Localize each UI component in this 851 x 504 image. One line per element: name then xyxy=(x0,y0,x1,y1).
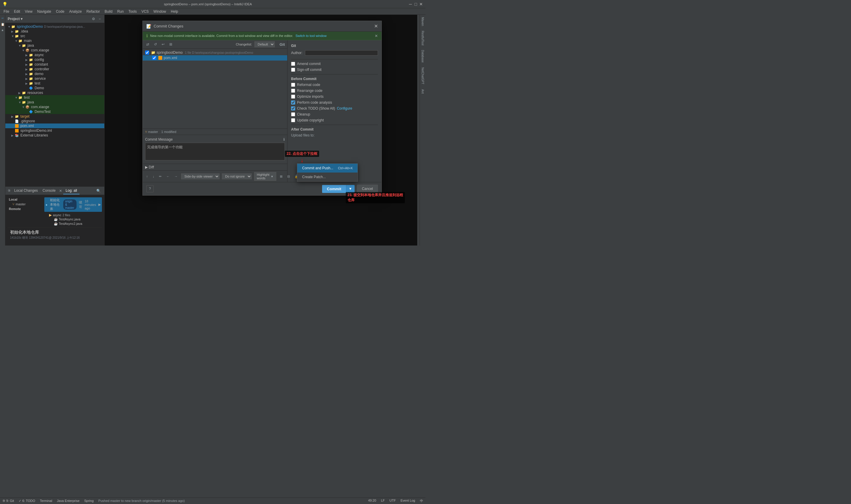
new-changelist-btn[interactable]: ⊞ xyxy=(168,42,174,47)
master-branch[interactable]: ⑂ master xyxy=(8,202,43,206)
async-folder-entry[interactable]: ▶ async 2 files xyxy=(49,213,102,217)
pom-checkbox[interactable] xyxy=(152,56,156,60)
project-close-button[interactable]: − xyxy=(97,16,102,22)
author-input[interactable] xyxy=(305,50,378,56)
diff-down-btn[interactable]: ↓ xyxy=(151,174,156,179)
search-git-btn[interactable]: 🔍 xyxy=(95,188,102,194)
tree-item-target[interactable]: ▶ 📁 target xyxy=(5,114,104,119)
menu-vcs[interactable]: VCS xyxy=(139,8,151,15)
help-button[interactable]: ? xyxy=(146,185,153,192)
tree-item-src[interactable]: ▼ 📁 src xyxy=(5,34,104,38)
diff-viewer-select[interactable]: Side-by-side viewer xyxy=(181,174,220,179)
amend-commit-checkbox[interactable] xyxy=(291,62,295,66)
tree-item-config[interactable]: ▶ 📁 config xyxy=(5,57,104,62)
perform-analysis-checkbox[interactable] xyxy=(291,101,295,105)
menu-window[interactable]: Window xyxy=(151,8,168,15)
project-settings-button[interactable]: ⚙ xyxy=(91,16,96,22)
update-copyright-checkbox[interactable] xyxy=(291,118,295,122)
diff-up-btn[interactable]: ↑ xyxy=(145,174,149,179)
tree-item-idea[interactable]: ▶ 📁 .idea xyxy=(5,29,104,34)
tree-item-java[interactable]: ▼ 📁 java xyxy=(5,43,104,48)
sidebar-maven[interactable]: Maven xyxy=(420,15,425,29)
rearrange-checkbox[interactable] xyxy=(291,89,295,93)
tree-item-test-folder[interactable]: ▶ 📁 test xyxy=(5,81,104,86)
diff-prev-btn[interactable]: ← xyxy=(165,174,171,179)
refresh-btn[interactable]: ↺ xyxy=(153,42,158,47)
changelist-select[interactable]: Default xyxy=(254,41,275,47)
menu-build[interactable]: Build xyxy=(102,8,115,15)
tree-item-service[interactable]: ▶ 📁 service xyxy=(5,76,104,81)
diff-icons-btn[interactable]: ⊞ xyxy=(279,174,284,179)
menu-run[interactable]: Run xyxy=(115,8,126,15)
minimize-button[interactable]: ─ xyxy=(409,2,413,6)
diff-expand-btn[interactable]: ▶ Diff xyxy=(145,165,154,169)
project-icon[interactable]: 1 xyxy=(0,16,5,21)
create-patch-item[interactable]: Create Patch... xyxy=(297,173,358,181)
file-2[interactable]: ☕ TestAsync2.java xyxy=(54,221,102,226)
reformat-checkbox[interactable] xyxy=(291,83,295,87)
tree-item-constant[interactable]: ▶ 📁 constant xyxy=(5,62,104,67)
tree-item-async[interactable]: ▶ 📁 async xyxy=(5,53,104,57)
tree-item-test-java[interactable]: ▼ 📁 java xyxy=(5,100,104,105)
tree-item-gitignore[interactable]: 📄 .gitignore xyxy=(5,119,104,124)
tree-item-test-com[interactable]: ▼ 📦 com.xiaoge xyxy=(5,105,104,109)
cleanup-checkbox[interactable] xyxy=(291,112,295,116)
tree-item-demo-class[interactable]: 🔷 Demo xyxy=(5,86,104,90)
tree-item-test-src[interactable]: ▼ 📁 test xyxy=(5,95,104,100)
menu-edit[interactable]: Edit xyxy=(12,8,22,15)
maximize-button[interactable]: □ xyxy=(414,2,418,6)
menu-code[interactable]: Code xyxy=(53,8,67,15)
git-log-row[interactable]: ● 初始化本地仓库 origin & master 嗯哥 18 minutes … xyxy=(44,197,102,212)
menu-refactor[interactable]: Refactor xyxy=(84,8,102,15)
menu-help[interactable]: Help xyxy=(168,8,181,15)
git-tab-console[interactable]: Console xyxy=(40,187,58,194)
diff-edit-btn[interactable]: ✏ xyxy=(158,174,163,179)
file-entry-root[interactable]: 📁 springbootDemo 1 file D:\workspace\zha… xyxy=(143,50,287,55)
switch-to-tool-window-link[interactable]: Switch to tool window xyxy=(295,34,327,37)
favorites-icon[interactable]: ★ xyxy=(0,28,5,33)
tree-item-iml[interactable]: 🟧 springbootDemo.iml xyxy=(5,128,104,133)
file-1[interactable]: ☕ TestAsync.java xyxy=(54,217,102,221)
move-to-changelist-btn[interactable]: ⇄ xyxy=(145,42,150,47)
menu-tools[interactable]: Tools xyxy=(126,8,139,15)
root-checkbox[interactable] xyxy=(145,51,149,55)
menu-file[interactable]: File xyxy=(1,8,12,15)
diff-next-btn[interactable]: → xyxy=(173,174,179,179)
sidebar-database[interactable]: Database xyxy=(420,48,425,65)
commit-dropdown-arrow[interactable]: ▼ xyxy=(346,185,355,193)
tree-item-root[interactable]: ▼ 📁 springbootDemo D:\workspace\zhangxia… xyxy=(5,24,104,29)
commit-message-info-icon[interactable]: ℹ xyxy=(283,137,285,142)
cancel-button[interactable]: Cancel xyxy=(357,185,378,193)
tree-item-demo[interactable]: ▶ 📁 demo xyxy=(5,72,104,76)
close-button[interactable]: ✕ xyxy=(419,2,423,6)
menu-navigate[interactable]: Navigate xyxy=(35,8,53,15)
optimize-checkbox[interactable] xyxy=(291,94,295,99)
modal-close-button[interactable]: ✕ xyxy=(374,23,378,29)
diff-ignore-select[interactable]: Do not ignore xyxy=(222,174,252,179)
check-todo-checkbox[interactable] xyxy=(291,106,295,110)
git-tab-log[interactable]: Log: all xyxy=(63,187,79,194)
structure-icon[interactable]: 📋 xyxy=(0,22,5,26)
file-entry-pom[interactable]: 🟧 pom.xml xyxy=(143,55,287,60)
sidebar-ant[interactable]: Ant xyxy=(420,87,425,96)
highlight-words-btn[interactable]: Highlight words ▼ xyxy=(254,172,276,181)
sidebar-restfultool[interactable]: RestfulTool xyxy=(420,29,425,48)
tree-item-demotest[interactable]: 🔷 DemoTest xyxy=(5,109,104,114)
tree-item-com-xiaoge[interactable]: ▼ 📦 com.xiaoge xyxy=(5,48,104,53)
tree-item-ext-libs[interactable]: ▶ 📚 External Libraries xyxy=(5,133,104,138)
rollback-btn[interactable]: ↩ xyxy=(160,42,166,47)
close-console-btn[interactable]: ✕ xyxy=(58,188,63,194)
commit-button[interactable]: Commit xyxy=(322,185,346,193)
menu-analyze[interactable]: Analyze xyxy=(67,8,84,15)
sign-off-checkbox[interactable] xyxy=(291,68,295,72)
tree-item-resources[interactable]: ▶ 📁 resources xyxy=(5,90,104,95)
tree-item-controller[interactable]: ▶ 📁 controller xyxy=(5,67,104,72)
configure-link[interactable]: Configure xyxy=(337,106,352,110)
git-tab-local-changes[interactable]: Local Changes xyxy=(12,187,40,194)
tree-item-pom[interactable]: 🟧 pom.xml xyxy=(5,124,104,128)
commit-message-textarea[interactable]: 完成领导的第一个功能 xyxy=(145,143,285,160)
menu-view[interactable]: View xyxy=(22,8,35,15)
sidebar-netchatgpt[interactable]: NetChatGPT xyxy=(420,65,425,87)
expand-row-icon[interactable]: ▶ xyxy=(98,203,101,206)
close-info-button[interactable]: ✕ xyxy=(375,34,378,38)
